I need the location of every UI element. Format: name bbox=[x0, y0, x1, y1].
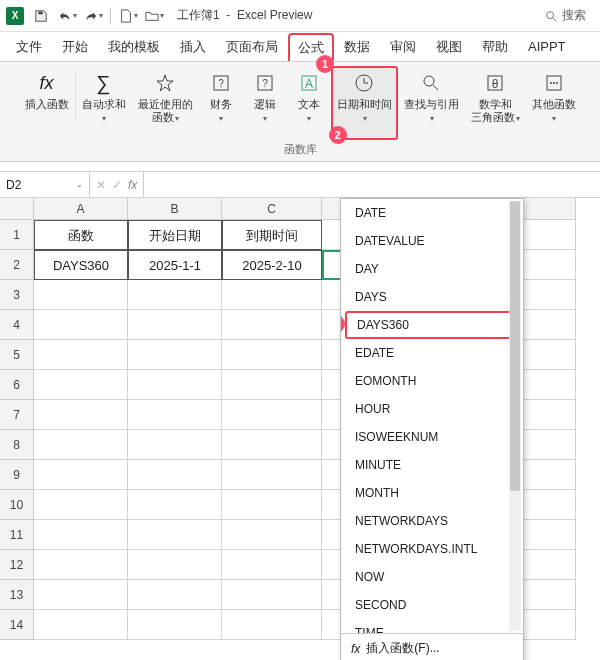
cell[interactable] bbox=[128, 310, 222, 340]
cell[interactable] bbox=[222, 550, 322, 580]
cell[interactable] bbox=[128, 280, 222, 310]
cell[interactable] bbox=[222, 520, 322, 550]
cell[interactable] bbox=[34, 310, 128, 340]
cell[interactable] bbox=[34, 340, 128, 370]
cell[interactable] bbox=[128, 490, 222, 520]
menu-item-days[interactable]: DAYS bbox=[341, 283, 523, 311]
autosum-button[interactable]: ∑ 自动求和▾ bbox=[76, 66, 132, 140]
menu-item-isoweeknum[interactable]: ISOWEEKNUM bbox=[341, 423, 523, 451]
tab-aippt[interactable]: AIPPT bbox=[518, 33, 576, 60]
cell-B2[interactable]: 2025-1-1 bbox=[128, 250, 222, 280]
row-header[interactable]: 1 bbox=[0, 220, 34, 250]
cell[interactable] bbox=[222, 340, 322, 370]
menu-item-eomonth[interactable]: EOMONTH bbox=[341, 367, 523, 395]
new-file-button[interactable]: ▾ bbox=[115, 3, 141, 29]
tab-help[interactable]: 帮助 bbox=[472, 32, 518, 62]
recent-functions-button[interactable]: 最近使用的 函数▾ bbox=[132, 66, 199, 140]
cancel-icon[interactable]: ✕ bbox=[96, 178, 106, 192]
cell[interactable] bbox=[222, 580, 322, 610]
cell[interactable] bbox=[34, 610, 128, 640]
menu-item-edate[interactable]: EDATE bbox=[341, 339, 523, 367]
tab-insert[interactable]: 插入 bbox=[170, 32, 216, 62]
cell[interactable] bbox=[34, 430, 128, 460]
lookup-button[interactable]: 查找与引用▾ bbox=[398, 66, 465, 140]
cell[interactable] bbox=[222, 370, 322, 400]
cell[interactable] bbox=[222, 490, 322, 520]
cell[interactable] bbox=[128, 580, 222, 610]
name-box[interactable]: D2 ⌄ bbox=[0, 172, 90, 197]
financial-button[interactable]: ? 财务▾ bbox=[199, 66, 243, 140]
menu-item-days360[interactable]: DAYS3603 bbox=[345, 311, 519, 339]
search-box[interactable]: 搜索 bbox=[544, 7, 586, 24]
cell[interactable] bbox=[222, 460, 322, 490]
save-button[interactable] bbox=[28, 3, 54, 29]
menu-item-month[interactable]: MONTH bbox=[341, 479, 523, 507]
row-header[interactable]: 2 bbox=[0, 250, 34, 280]
tab-page-layout[interactable]: 页面布局 bbox=[216, 32, 288, 62]
fx-icon[interactable]: fx bbox=[128, 178, 137, 192]
row-header[interactable]: 3 bbox=[0, 280, 34, 310]
row-header[interactable]: 10 bbox=[0, 490, 34, 520]
menu-item-networkdays[interactable]: NETWORKDAYS bbox=[341, 507, 523, 535]
cell[interactable] bbox=[34, 280, 128, 310]
datetime-button[interactable]: 日期和时间▾ 2 bbox=[331, 66, 398, 140]
menu-item-datevalue[interactable]: DATEVALUE bbox=[341, 227, 523, 255]
menu-item-time[interactable]: TIME bbox=[341, 619, 523, 633]
cell[interactable] bbox=[34, 460, 128, 490]
row-header[interactable]: 12 bbox=[0, 550, 34, 580]
open-file-button[interactable]: ▾ bbox=[141, 3, 167, 29]
menu-item-hour[interactable]: HOUR bbox=[341, 395, 523, 423]
cell-A2[interactable]: DAYS360 bbox=[34, 250, 128, 280]
cell[interactable] bbox=[222, 400, 322, 430]
select-all-corner[interactable] bbox=[0, 198, 34, 220]
cell[interactable] bbox=[34, 550, 128, 580]
cell[interactable] bbox=[128, 520, 222, 550]
menu-item-minute[interactable]: MINUTE bbox=[341, 451, 523, 479]
cell-A1[interactable]: 函数 bbox=[34, 220, 128, 250]
menu-item-date[interactable]: DATE bbox=[341, 199, 523, 227]
row-header[interactable]: 6 bbox=[0, 370, 34, 400]
tab-view[interactable]: 视图 bbox=[426, 32, 472, 62]
cell[interactable] bbox=[222, 610, 322, 640]
text-button[interactable]: A 文本▾ bbox=[287, 66, 331, 140]
redo-button[interactable]: ▾ bbox=[80, 3, 106, 29]
menu-item-networkdays.intl[interactable]: NETWORKDAYS.INTL bbox=[341, 535, 523, 563]
mathtrig-button[interactable]: θ 数学和 三角函数▾ bbox=[465, 66, 526, 140]
col-header-C[interactable]: C bbox=[222, 198, 322, 220]
row-header[interactable]: 11 bbox=[0, 520, 34, 550]
row-header[interactable]: 5 bbox=[0, 340, 34, 370]
scrollbar-thumb[interactable] bbox=[510, 201, 520, 491]
cell[interactable] bbox=[222, 430, 322, 460]
menu-item-day[interactable]: DAY bbox=[341, 255, 523, 283]
cell[interactable] bbox=[128, 460, 222, 490]
col-header-A[interactable]: A bbox=[34, 198, 128, 220]
tab-templates[interactable]: 我的模板 bbox=[98, 32, 170, 62]
col-header-B[interactable]: B bbox=[128, 198, 222, 220]
cell[interactable] bbox=[34, 580, 128, 610]
cell[interactable] bbox=[128, 550, 222, 580]
insert-function-menu-item[interactable]: fx 插入函数(F)... bbox=[341, 633, 523, 660]
undo-button[interactable]: ▾ bbox=[54, 3, 80, 29]
tab-home[interactable]: 开始 bbox=[52, 32, 98, 62]
cell[interactable] bbox=[222, 310, 322, 340]
cell[interactable] bbox=[222, 280, 322, 310]
tab-data[interactable]: 数据 bbox=[334, 32, 380, 62]
row-header[interactable]: 8 bbox=[0, 430, 34, 460]
cell-C1[interactable]: 到期时间 bbox=[222, 220, 322, 250]
cell[interactable] bbox=[34, 490, 128, 520]
row-header[interactable]: 14 bbox=[0, 610, 34, 640]
accept-icon[interactable]: ✓ bbox=[112, 178, 122, 192]
row-header[interactable]: 7 bbox=[0, 400, 34, 430]
row-header[interactable]: 13 bbox=[0, 580, 34, 610]
menu-scrollbar[interactable] bbox=[509, 201, 521, 631]
formula-input[interactable] bbox=[144, 172, 600, 197]
tab-review[interactable]: 审阅 bbox=[380, 32, 426, 62]
menu-item-now[interactable]: NOW bbox=[341, 563, 523, 591]
cell[interactable] bbox=[128, 430, 222, 460]
tab-file[interactable]: 文件 bbox=[6, 32, 52, 62]
row-header[interactable]: 9 bbox=[0, 460, 34, 490]
cell[interactable] bbox=[34, 370, 128, 400]
row-header[interactable]: 4 bbox=[0, 310, 34, 340]
cell-B1[interactable]: 开始日期 bbox=[128, 220, 222, 250]
cell[interactable] bbox=[128, 400, 222, 430]
